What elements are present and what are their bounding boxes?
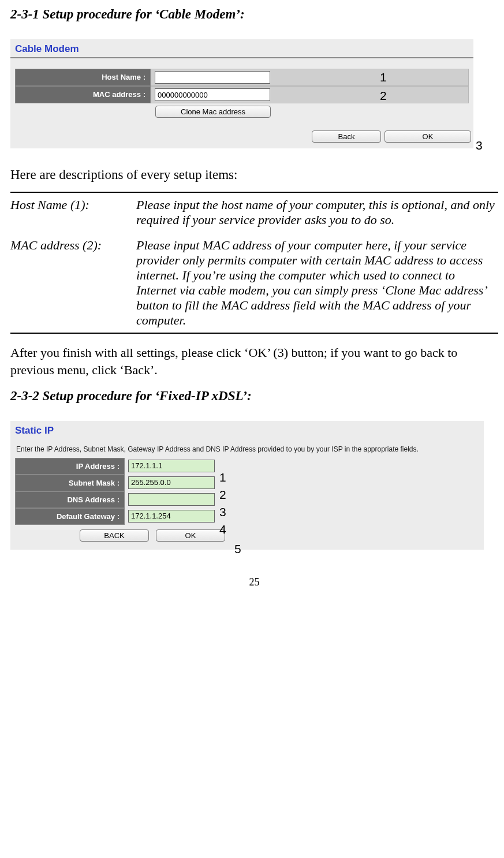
callout-3: 3 xyxy=(476,139,483,152)
clone-mac-button[interactable]: Clone Mac address xyxy=(155,106,271,118)
subnet-mask-input[interactable] xyxy=(128,476,215,489)
ok-button[interactable]: OK xyxy=(384,130,471,143)
desc-def-mac: Please input MAC address of your compute… xyxy=(136,237,498,329)
static-ok-button[interactable]: OK xyxy=(156,529,225,542)
mac-address-input[interactable] xyxy=(155,88,270,101)
section-heading-fixed-ip: 2-3-2 Setup procedure for ‘Fixed-IP xDSL… xyxy=(10,389,498,404)
section-heading-cable-modem: 2-3-1 Setup procedure for ‘Cable Modem’: xyxy=(10,7,498,22)
default-gateway-row: Default Gateway : xyxy=(10,508,484,525)
default-gateway-input[interactable] xyxy=(128,510,215,523)
ip-address-row: IP Address : xyxy=(10,458,484,475)
dns-address-input[interactable] xyxy=(128,493,215,506)
panel-subtext-static-ip: Enter the IP Address, Subnet Mask, Gatew… xyxy=(10,439,484,457)
static-back-button[interactable]: BACK xyxy=(80,529,149,542)
static-callout-3: 3 xyxy=(219,505,226,519)
divider-top xyxy=(10,192,498,193)
cable-modem-panel: Cable Modem Host Name : MAC address : Cl… xyxy=(10,39,473,148)
callout-1: 1 xyxy=(380,70,387,84)
mac-address-label: MAC address : xyxy=(15,86,151,103)
host-name-row: Host Name : xyxy=(10,69,473,86)
back-button[interactable]: Back xyxy=(312,130,381,143)
page-number: 25 xyxy=(10,576,498,588)
static-callout-4: 4 xyxy=(219,523,226,536)
default-gateway-label: Default Gateway : xyxy=(15,508,125,525)
static-ip-panel: Static IP Enter the IP Address, Subnet M… xyxy=(10,421,484,549)
desc-term-mac: MAC address (2): xyxy=(10,237,136,329)
subnet-mask-row: Subnet Mask : xyxy=(10,475,484,491)
host-name-label: Host Name : xyxy=(15,69,151,86)
host-name-input[interactable] xyxy=(155,71,270,84)
divider-bottom xyxy=(10,333,498,334)
panel-title-cable-modem: Cable Modem xyxy=(10,39,473,58)
panel-title-static-ip: Static IP xyxy=(10,421,484,439)
desc-term-host-name: Host Name (1): xyxy=(10,196,136,229)
after-settings-text: After you finish with all settings, plea… xyxy=(10,344,498,378)
static-callout-2: 2 xyxy=(219,488,226,502)
ip-address-label: IP Address : xyxy=(15,458,125,475)
dns-address-row: DNS Address : xyxy=(10,491,484,508)
subnet-mask-label: Subnet Mask : xyxy=(15,475,125,491)
desc-def-host-name: Please input the host name of your compu… xyxy=(136,196,498,229)
dns-address-label: DNS Address : xyxy=(15,491,125,508)
descriptions-intro: Here are descriptions of every setup ite… xyxy=(10,166,498,184)
ip-address-input[interactable] xyxy=(128,460,215,472)
static-callout-1: 1 xyxy=(219,471,226,484)
mac-address-row: MAC address : xyxy=(10,86,473,103)
static-callout-5: 5 xyxy=(234,542,241,556)
callout-2: 2 xyxy=(380,89,387,103)
descriptions-table: Host Name (1): Please input the host nam… xyxy=(10,196,498,329)
